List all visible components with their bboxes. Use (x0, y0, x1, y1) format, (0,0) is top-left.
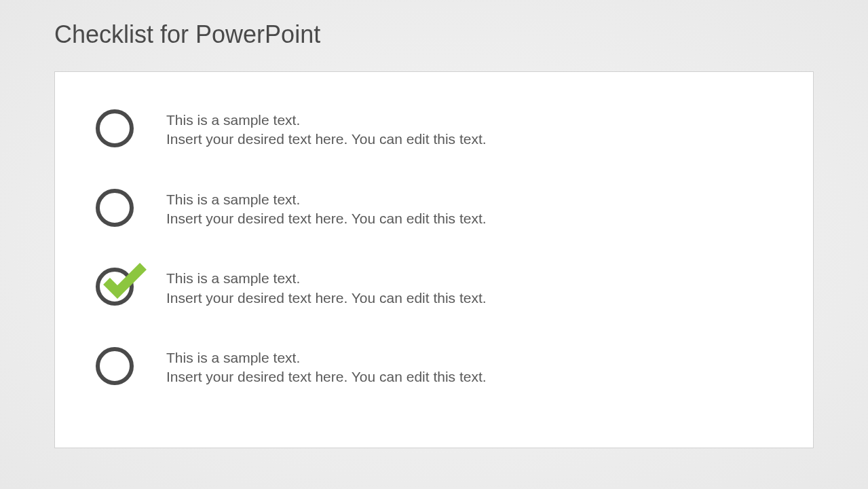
checkbox-wrapper (96, 347, 134, 385)
item-line1: This is a sample text. (166, 269, 487, 288)
item-text: This is a sample text. Insert your desir… (166, 347, 487, 387)
checklist: This is a sample text. Insert your desir… (55, 72, 813, 414)
content-panel: This is a sample text. Insert your desir… (54, 71, 814, 448)
circle-icon (96, 347, 134, 385)
item-line1: This is a sample text. (166, 348, 487, 367)
checkmark-icon (101, 262, 149, 300)
circle-icon (96, 109, 134, 147)
checklist-item: This is a sample text. Insert your desir… (96, 109, 772, 149)
circle-icon (96, 189, 134, 227)
item-line1: This is a sample text. (166, 111, 487, 130)
item-line2: Insert your desired text here. You can e… (166, 289, 487, 308)
item-text: This is a sample text. Insert your desir… (166, 109, 487, 149)
slide-title: Checklist for PowerPoint (54, 20, 320, 49)
checklist-item: This is a sample text. Insert your desir… (96, 189, 772, 229)
checkbox-wrapper (96, 268, 134, 306)
checklist-item: This is a sample text. Insert your desir… (96, 347, 772, 387)
checklist-item: This is a sample text. Insert your desir… (96, 268, 772, 308)
item-text: This is a sample text. Insert your desir… (166, 268, 487, 308)
item-text: This is a sample text. Insert your desir… (166, 189, 487, 229)
item-line2: Insert your desired text here. You can e… (166, 130, 487, 149)
item-line1: This is a sample text. (166, 190, 487, 209)
checkbox-wrapper (96, 189, 134, 227)
item-line2: Insert your desired text here. You can e… (166, 209, 487, 228)
item-line2: Insert your desired text here. You can e… (166, 367, 487, 386)
checkbox-wrapper (96, 109, 134, 147)
